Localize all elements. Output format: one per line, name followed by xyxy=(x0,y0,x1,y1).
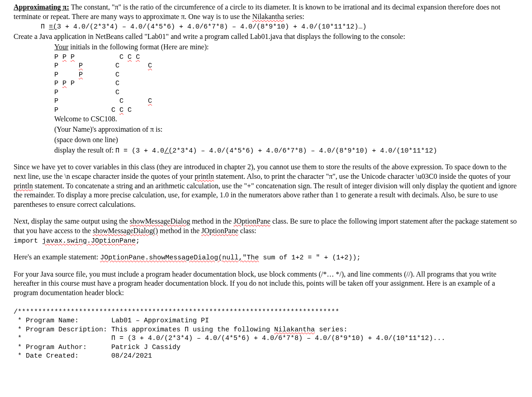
println-word-1: println xyxy=(195,172,214,180)
hdr-stars: /***************************************… xyxy=(14,308,339,316)
smd-word-1: showMessageDialog xyxy=(130,217,190,225)
your-word: Your xyxy=(54,43,68,51)
hdr-desc-label: * Program Description: xyxy=(14,326,111,334)
create-sentence: Create a Java application in NetBeans ca… xyxy=(14,32,518,42)
hdr-author-label: * Program Author: xyxy=(14,344,111,351)
formula2-rest: 2*3*4) – 4.0/(4*5*6) + 4.0/6*7*8) – 4.0/… xyxy=(172,147,437,155)
approx-line: (Your Name)'s approximation of π is: xyxy=(54,125,518,134)
space-down-line: (space down one line) xyxy=(54,135,518,145)
import-semicolon: ; xyxy=(136,237,140,245)
para1-c: statement. To concatenate a string and a… xyxy=(14,182,517,209)
hdr-desc-value-a: This approximates Π using the following xyxy=(111,326,274,334)
header-block: /***************************************… xyxy=(14,299,518,361)
example-line: Here's an example statement: JOptionPane… xyxy=(14,253,518,263)
example-lead: Here's an example statement: xyxy=(14,253,100,261)
hdr-name-label: * Program Name: xyxy=(14,317,111,325)
nilakantha-word: Nilakantha xyxy=(252,13,284,20)
pi-symbol: Π xyxy=(41,23,49,31)
para2-a: Next, display the same output using the xyxy=(14,217,130,225)
para2-b: method in the xyxy=(190,217,233,225)
paragraph-2: Next, display the same output using the … xyxy=(14,217,518,236)
para1-b: statement. Also, to print the character … xyxy=(214,172,511,180)
import-keyword: import xyxy=(14,237,42,245)
welcome-line: Welcome to CSC108. xyxy=(54,115,518,124)
hdr-desc-value-c: series: xyxy=(315,326,347,334)
eq-underline: =( xyxy=(49,23,57,31)
paragraph-1: Since we have yet to cover variables in … xyxy=(14,163,518,210)
series-word: series: xyxy=(284,13,304,20)
initials-rest: initials in the following format (Here a… xyxy=(68,43,209,51)
jop-word-1: JOptionPane xyxy=(233,217,271,225)
hdr-formula: Π = (3 + 4.0/(2*3*4) – 4.0/(4*5*6) + 4.0… xyxy=(111,335,445,342)
hdr-name-value: Lab01 – Approximating PI xyxy=(111,317,209,325)
hdr-author-value: Patrick J Cassidy xyxy=(111,344,180,351)
heading: Approximating π: The constant, "π" is th… xyxy=(14,3,518,22)
hdr-blank-star: * xyxy=(14,335,111,342)
hdr-date-value: 08/24/2021 xyxy=(111,352,152,360)
formula1-rest: 3 + 4.0/(2*3*4) – 4.0/(4*5*6) + 4.0/6*7*… xyxy=(57,23,366,31)
display-result-label: display the result of: xyxy=(54,146,115,154)
println-word-2: println xyxy=(14,182,33,190)
hdr-date-label: * Date Created: xyxy=(14,352,111,360)
your-initials-line: Your initials in the following format (H… xyxy=(54,43,518,52)
import-package: javax.swing.JOptionPane xyxy=(42,237,136,245)
smd-word-2: showMessageDialog() xyxy=(93,227,158,234)
display-result-line: display the result of: Π = (3 + 4.0/(2*3… xyxy=(54,146,518,156)
formula2-slash: /( xyxy=(164,147,172,155)
para2-e: class: xyxy=(238,227,256,234)
formula2-pre: Π = (3 + 4.0 xyxy=(115,147,164,155)
initials-ascii: P P P C C C P P C C P P C P P P C P C P … xyxy=(54,53,518,115)
para2-d: method in the xyxy=(158,227,201,234)
import-line: import javax.swing.JOptionPane; xyxy=(14,237,518,246)
paragraph-3: For your Java source file, you must incl… xyxy=(14,270,518,298)
formula-1: Π =(3 + 4.0/(2*3*4) – 4.0/(4*5*6) + 4.0/… xyxy=(41,23,518,32)
example-code-squig: JOptionPane.showMessageDialog(null,"The xyxy=(100,254,259,262)
hdr-desc-nilakantha: Nilakantha xyxy=(274,326,315,334)
example-code-rest: sum of 1+2 = " + (1+2)); xyxy=(259,254,361,262)
jop-word-2: JOptionPane xyxy=(201,227,238,234)
heading-title: Approximating π: xyxy=(14,3,69,11)
